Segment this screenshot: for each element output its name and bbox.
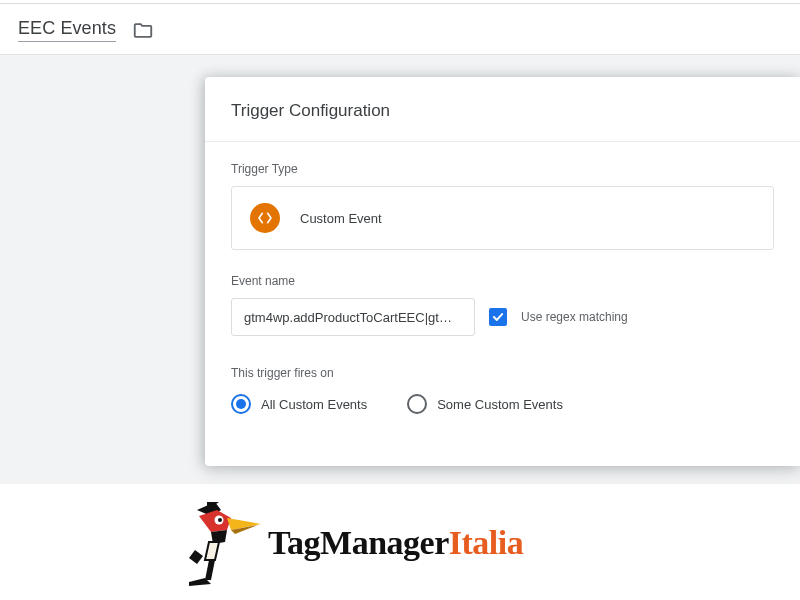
brand-logo: TagManagerItalia	[175, 498, 523, 588]
brand-logo-part2: Italia	[449, 524, 523, 561]
radio-icon-selected	[231, 394, 251, 414]
event-name-input[interactable]	[231, 298, 475, 336]
trigger-type-label: Trigger Type	[231, 162, 774, 176]
event-name-label: Event name	[231, 274, 774, 288]
radio-all-custom-events[interactable]: All Custom Events	[231, 394, 367, 414]
trigger-config-card: Trigger Configuration Trigger Type Custo…	[205, 77, 800, 466]
page-title[interactable]: EEC Events	[18, 18, 116, 42]
workspace: Trigger Configuration Trigger Type Custo…	[0, 54, 800, 484]
radio-some-custom-events[interactable]: Some Custom Events	[407, 394, 563, 414]
fires-on-label: This trigger fires on	[231, 366, 774, 380]
custom-event-icon	[250, 203, 280, 233]
svg-point-2	[218, 518, 222, 522]
brand-logo-part1: TagManager	[268, 524, 449, 561]
trigger-type-name: Custom Event	[300, 211, 382, 226]
radio-some-label: Some Custom Events	[437, 397, 563, 412]
card-title: Trigger Configuration	[231, 101, 774, 121]
brand-logo-text: TagManagerItalia	[268, 524, 523, 562]
page-header: EEC Events	[0, 4, 800, 54]
regex-checkbox-label: Use regex matching	[521, 310, 628, 324]
woodpecker-icon	[175, 498, 270, 588]
folder-icon[interactable]	[132, 19, 154, 41]
trigger-type-selector[interactable]: Custom Event	[231, 186, 774, 250]
radio-icon-unselected	[407, 394, 427, 414]
regex-checkbox[interactable]	[489, 308, 507, 326]
radio-all-label: All Custom Events	[261, 397, 367, 412]
